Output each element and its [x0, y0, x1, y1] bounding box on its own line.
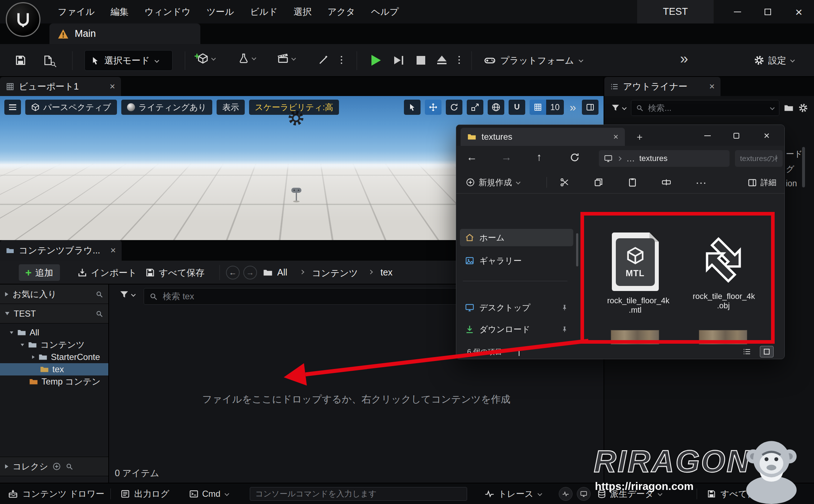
nav-back-button[interactable]: ←: [466, 151, 477, 163]
sidebar-item-home[interactable]: ホーム: [460, 229, 573, 246]
breadcrumb-content[interactable]: コンテンツ: [312, 267, 358, 279]
menu-build[interactable]: ビルド: [242, 0, 286, 23]
paste-button[interactable]: [627, 177, 637, 187]
add-content-button[interactable]: + 追加: [19, 264, 60, 281]
cut-button[interactable]: [560, 177, 570, 187]
source-header[interactable]: TEST: [0, 304, 108, 323]
maximize-button[interactable]: [757, 4, 779, 19]
stop-button[interactable]: [414, 53, 428, 67]
find-in-blueprints-button[interactable]: [38, 51, 58, 69]
show-dropdown[interactable]: 表示: [217, 100, 245, 115]
tree-item-all[interactable]: All: [0, 326, 108, 339]
content-drawer-button[interactable]: コンテンツ ドロワー: [8, 483, 104, 504]
search-icon[interactable]: [65, 462, 73, 470]
minimize-button[interactable]: [726, 4, 749, 19]
tree-item-content[interactable]: コンテンツ: [0, 339, 108, 351]
address-bar[interactable]: … textures: [599, 150, 730, 167]
grid-snap-value[interactable]: 10: [546, 100, 564, 115]
list-view-button[interactable]: [743, 347, 751, 356]
file-item-obj[interactable]: rock_tile_floor_4k .obj: [693, 230, 754, 310]
tab-content-browser[interactable]: コンテンツブラウ... ×: [0, 240, 122, 261]
rename-button[interactable]: [661, 177, 671, 187]
address-ellipsis[interactable]: …: [626, 153, 635, 164]
import-button[interactable]: インポート: [77, 264, 137, 281]
save-all-button[interactable]: すべて保存: [145, 264, 205, 281]
rotate-tool-button[interactable]: [446, 100, 462, 115]
explorer-minimize-button[interactable]: [696, 128, 719, 144]
breadcrumb-root[interactable]: All: [277, 267, 287, 278]
close-icon[interactable]: ×: [110, 81, 115, 92]
add-actor-button[interactable]: +: [197, 53, 216, 64]
menu-actor[interactable]: アクタ: [319, 0, 363, 23]
add-blueprint-button[interactable]: [238, 53, 256, 64]
toolbar-expand-button[interactable]: »: [680, 51, 688, 67]
more-options-button[interactable]: …: [695, 173, 707, 187]
scalability-badge[interactable]: スケーラビリティ:高: [249, 100, 339, 115]
close-icon[interactable]: ×: [110, 245, 116, 256]
nav-up-button[interactable]: ↑: [536, 151, 542, 163]
search-icon[interactable]: [95, 310, 103, 318]
eject-button[interactable]: [435, 52, 449, 68]
tree-item-temp[interactable]: Temp コンテン: [0, 375, 108, 388]
new-tab-button[interactable]: +: [632, 129, 648, 145]
history-forward-button[interactable]: →: [243, 266, 257, 279]
history-back-button[interactable]: ←: [226, 266, 240, 279]
texture-thumbnail[interactable]: [699, 330, 747, 344]
file-item-mtl[interactable]: MTL rock_tile_floor_4k .mtl: [607, 233, 663, 315]
thumbnail-view-button[interactable]: [760, 346, 774, 357]
collections-header[interactable]: コレクシ: [0, 457, 108, 476]
trace-dropdown[interactable]: トレース: [484, 483, 542, 504]
outliner-scrollbar[interactable]: [802, 147, 805, 187]
close-button[interactable]: ×: [786, 4, 811, 19]
scale-tool-button[interactable]: [467, 100, 483, 115]
outliner-filter-button[interactable]: [611, 103, 627, 113]
platform-dropdown[interactable]: プラットフォーム: [484, 52, 583, 69]
explorer-search-input[interactable]: [739, 154, 778, 163]
tab-main[interactable]: Main: [49, 23, 200, 44]
sidebar-item-downloads[interactable]: ダウンロード: [460, 321, 573, 338]
console-command-input[interactable]: [254, 489, 462, 499]
menu-tools[interactable]: ツール: [199, 0, 242, 23]
settings-dropdown[interactable]: 設定: [754, 52, 795, 69]
frame-skip-button[interactable]: [391, 53, 406, 67]
grid-snap-button[interactable]: [530, 100, 546, 115]
viewport-menu-button[interactable]: [4, 100, 21, 115]
new-folder-button[interactable]: [784, 103, 794, 113]
menu-select[interactable]: 選択: [286, 0, 319, 23]
unreal-logo-icon[interactable]: [6, 2, 40, 37]
player-start-icon[interactable]: [289, 186, 304, 203]
save-button[interactable]: [10, 51, 31, 69]
output-log-button[interactable]: 出力ログ: [121, 483, 169, 504]
explorer-maximize-button[interactable]: [725, 128, 748, 144]
maximize-viewport-button[interactable]: [582, 100, 598, 115]
source-control-status[interactable]: すべて保存済み: [707, 483, 782, 504]
new-item-button[interactable]: 新規作成: [466, 175, 521, 190]
surface-snapping-button[interactable]: [509, 100, 525, 115]
derived-data-dropdown[interactable]: 派生データ: [597, 483, 662, 504]
texture-thumbnail[interactable]: [611, 330, 659, 344]
explorer-sidebar-scrollbar[interactable]: [576, 233, 578, 266]
perspective-dropdown[interactable]: パースペクティブ: [25, 100, 117, 115]
menu-window[interactable]: ウィンドウ: [136, 0, 199, 23]
nav-refresh-button[interactable]: [570, 152, 580, 162]
insights-button[interactable]: [559, 487, 573, 501]
tree-item-startercontent[interactable]: StarterConte: [0, 351, 108, 363]
asset-filter-button[interactable]: [119, 290, 136, 300]
cmd-dropdown[interactable]: Cmd: [189, 483, 229, 504]
add-collection-button[interactable]: [52, 462, 61, 471]
view-mode-dropdown[interactable]: ライティングあり: [121, 100, 212, 115]
world-space-button[interactable]: [488, 100, 504, 115]
move-tool-button[interactable]: [425, 100, 441, 115]
close-icon[interactable]: ×: [709, 81, 715, 92]
menu-edit[interactable]: 編集: [103, 0, 136, 23]
tree-item-tex[interactable]: tex: [0, 363, 108, 375]
editor-mode-dropdown[interactable]: 選択モード: [84, 50, 173, 71]
cinematics-button[interactable]: [277, 53, 296, 64]
sidebar-item-desktop[interactable]: デスクトップ: [460, 299, 573, 316]
select-tool-button[interactable]: [404, 100, 421, 115]
address-crumb[interactable]: textures: [639, 154, 667, 163]
tab-viewport[interactable]: ビューポート1 ×: [0, 77, 121, 96]
outliner-search-box[interactable]: [631, 100, 779, 116]
play-options-button[interactable]: [454, 53, 464, 67]
close-tab-icon[interactable]: ×: [613, 132, 618, 142]
